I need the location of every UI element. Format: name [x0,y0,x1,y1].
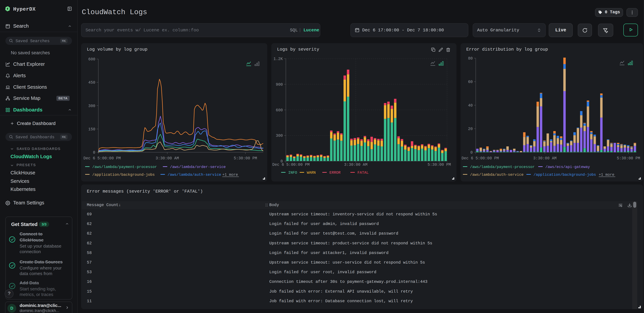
svg-text:/application/background-jobs: /application/background-jobs [534,173,596,177]
svg-text:0: 0 [470,151,473,155]
svg-text:80: 80 [468,56,473,61]
svg-text:20: 20 [468,127,473,131]
svg-text:+1 more: +1 more [599,173,614,177]
svg-text:5:30:00 PM: 5:30:00 PM [234,156,257,160]
svg-text:/aws/lambda/auth-service: /aws/lambda/auth-service [168,173,221,177]
svg-text:0: 0 [93,151,95,155]
svg-text:Dec 6 5:00:00 PM: Dec 6 5:00:00 PM [84,156,121,160]
svg-text:/aws/ecs/api-gateway: /aws/ecs/api-gateway [545,165,590,169]
svg-text:WARN: WARN [307,171,316,175]
svg-text:/aws/lambda/payment-processor: /aws/lambda/payment-processor [470,165,535,169]
svg-text:Dec 6 5:00:00 PM: Dec 6 5:00:00 PM [462,156,499,160]
svg-text:300: 300 [276,134,283,138]
svg-text:300: 300 [88,104,95,108]
svg-text:ERROR: ERROR [330,171,340,175]
svg-text:450: 450 [88,80,95,85]
svg-text:5:30:00 PM: 5:30:00 PM [428,162,451,167]
svg-text:/aws/lambda/payment-processor: /aws/lambda/payment-processor [92,165,157,169]
svg-text:Dec 6 5:00:00 PM: Dec 6 5:00:00 PM [272,162,310,167]
svg-text:3:30:00 AM: 3:30:00 AM [156,156,179,160]
svg-text:/application/background-jobs: /application/background-jobs [92,173,155,177]
svg-text:600: 600 [276,108,283,113]
svg-text:3:30:00 AM: 3:30:00 AM [344,162,368,167]
svg-text:1.2K: 1.2K [274,57,283,61]
svg-text:40: 40 [468,103,473,108]
svg-text:FATAL: FATAL [358,171,369,175]
svg-text:/aws/lambda/order-service: /aws/lambda/order-service [170,165,226,169]
svg-text:/aws/lambda/auth-service: /aws/lambda/auth-service [470,173,524,177]
svg-text:3:30:00 AM: 3:30:00 AM [533,156,556,160]
svg-text:5:30:00 PM: 5:30:00 PM [617,156,640,160]
svg-text:+1 more: +1 more [222,173,238,177]
svg-text:600: 600 [88,57,95,62]
svg-text:900: 900 [276,82,283,87]
svg-text:60: 60 [468,80,473,84]
svg-text:150: 150 [88,127,95,132]
svg-text:INFO: INFO [288,171,297,175]
